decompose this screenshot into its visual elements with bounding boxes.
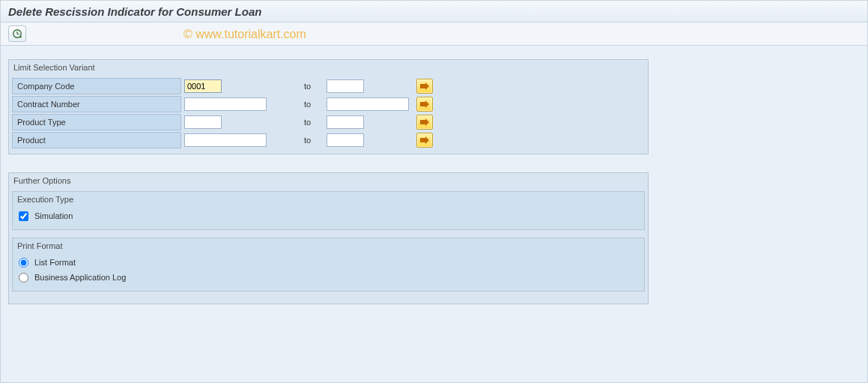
to-label-product-type: to (297, 118, 327, 127)
svg-marker-3 (20, 37, 22, 39)
arrow-right-icon (420, 100, 429, 108)
content-area: Limit Selection Variant Company Code to … (1, 46, 867, 330)
execute-clock-icon (12, 28, 22, 39)
input-contract-number-to[interactable] (327, 97, 409, 111)
row-simulation: Simulation (19, 208, 638, 223)
row-contract-number: Contract Number to (12, 95, 645, 112)
input-product-type-from[interactable] (184, 115, 222, 129)
app-window: Delete Rescission Indicator for Consumer… (0, 0, 868, 383)
label-company-code: Company Code (12, 78, 181, 94)
radio-business-application-log[interactable] (19, 273, 28, 283)
subgroup-print-format: Print Format List Format Business Applic… (12, 238, 645, 292)
subgroup-print-format-title: Print Format (13, 238, 644, 252)
label-product-type: Product Type (12, 114, 181, 130)
multiple-selection-product-type[interactable] (416, 115, 433, 130)
multiple-selection-contract-number[interactable] (416, 97, 433, 112)
arrow-right-icon (420, 118, 429, 126)
row-product: Product to (12, 131, 645, 148)
svg-marker-4 (420, 82, 429, 90)
group-limit-selection-title: Limit Selection Variant (9, 60, 648, 73)
to-label-company-code: to (297, 82, 327, 91)
svg-line-2 (17, 34, 19, 34)
group-limit-selection: Limit Selection Variant Company Code to … (8, 59, 649, 154)
row-company-code: Company Code to (12, 77, 645, 94)
radio-list-format[interactable] (19, 258, 28, 268)
row-business-application-log: Business Application Log (19, 270, 638, 285)
row-product-type: Product Type to (12, 113, 645, 130)
to-label-product: to (297, 136, 327, 145)
arrow-right-icon (420, 136, 429, 144)
label-contract-number: Contract Number (12, 96, 181, 112)
checkbox-simulation[interactable] (19, 211, 28, 221)
app-toolbar (1, 22, 867, 46)
svg-marker-6 (420, 118, 429, 126)
page-title: Delete Rescission Indicator for Consumer… (8, 5, 261, 18)
input-company-code-from[interactable] (184, 79, 222, 93)
input-product-from[interactable] (184, 133, 267, 147)
execute-button[interactable] (8, 25, 26, 42)
input-product-to[interactable] (327, 133, 364, 147)
group-further-options-title: Further Options (9, 173, 648, 187)
input-company-code-to[interactable] (327, 79, 364, 93)
group-limit-selection-body: Company Code to Contract Number to (9, 73, 648, 154)
label-simulation[interactable]: Simulation (34, 211, 73, 220)
label-business-application-log[interactable]: Business Application Log (34, 273, 126, 282)
label-list-format[interactable]: List Format (34, 258, 76, 267)
subgroup-execution-type: Execution Type Simulation (12, 191, 645, 230)
subgroup-execution-type-title: Execution Type (13, 192, 644, 205)
title-bar: Delete Rescission Indicator for Consumer… (1, 1, 867, 22)
row-list-format: List Format (19, 255, 638, 270)
input-contract-number-from[interactable] (184, 97, 267, 111)
group-further-options: Further Options Execution Type Simulatio… (8, 172, 649, 304)
multiple-selection-company-code[interactable] (416, 79, 433, 94)
svg-marker-5 (420, 100, 429, 108)
svg-marker-7 (420, 136, 429, 144)
to-label-contract-number: to (297, 100, 327, 109)
arrow-right-icon (420, 82, 429, 90)
label-product: Product (12, 132, 181, 148)
multiple-selection-product[interactable] (416, 133, 433, 148)
input-product-type-to[interactable] (327, 115, 364, 129)
